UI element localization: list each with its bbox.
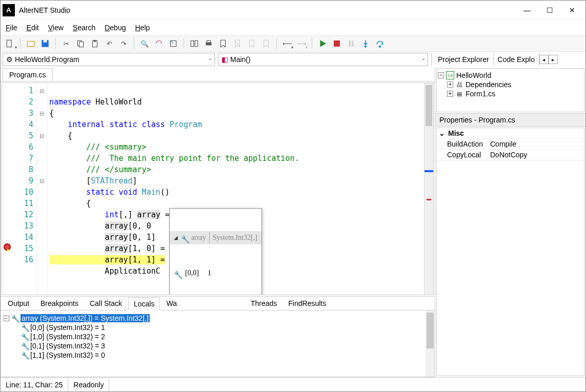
locals-item-row[interactable]: 🔧[1,1] (System.Int32) = 0 [4,350,422,360]
expand-icon[interactable]: + [447,91,453,97]
bookmark-clear-icon[interactable] [231,37,244,50]
property-row[interactable]: CopyLocal DoNotCopy [437,150,584,160]
open-file-icon[interactable] [25,37,37,50]
class-combo[interactable]: ⚙ HelloWorld.Program ⌄ [3,53,215,66]
menu-debug[interactable]: Debug [105,24,126,32]
datatip-name: array [191,232,206,243]
titlebar: A AlterNET Studio — ☐ ✕ [1,1,585,20]
stop-button[interactable] [331,37,343,50]
debugger-datatip[interactable]: ◢ 🔧 array System.Int32[,] 🔧[0,0]1 🔧[1,0]… [169,208,262,295]
replace-icon[interactable] [153,37,165,50]
code-text[interactable]: namespace HelloWorld { internal static c… [47,83,424,295]
tab-code-explorer[interactable]: Code Explo [494,53,539,66]
tab-scroll-left[interactable]: ◂ [539,55,549,64]
bookmark-prev-icon[interactable] [246,37,258,50]
find-icon[interactable]: 🔍 [138,37,151,50]
bookmark-icon[interactable] [217,37,229,50]
form-file-icon: ▤ [455,90,463,98]
properties-grid[interactable]: ⌄ Misc BuildAction Compile CopyLocal DoN… [436,128,584,376]
tab-threads[interactable]: Threads [246,297,282,310]
editor-scrollbar[interactable] [424,83,433,295]
bottom-tabstrip: Output Breakpoints Call Stack Locals Wa … [1,296,435,311]
goto-icon[interactable] [167,37,179,50]
split-icon[interactable] [188,37,200,50]
property-row[interactable]: BuildAction Compile [437,139,584,150]
print-icon[interactable] [203,37,215,50]
step-into-icon[interactable] [359,37,372,50]
menu-file[interactable]: File [6,24,17,32]
tab-locals[interactable]: Locals [128,297,160,311]
property-category[interactable]: ⌄ Misc [437,128,584,139]
tab-program-cs[interactable]: Program.cs [3,68,53,81]
svg-point-15 [379,45,381,48]
menu-search[interactable]: Search [73,24,95,32]
locals-item-row[interactable]: 🔧[0,1] (System.Int32) = 3 [4,341,422,350]
copy-icon[interactable] [74,37,87,50]
svg-point-14 [365,45,367,48]
class-combo-label: HelloWorld.Program [15,55,79,64]
locals-root-row[interactable]: − 🔧 array (System.Int32[,]) = System.Int… [4,314,422,323]
property-value[interactable]: Compile [488,139,584,149]
menu-view[interactable]: View [48,24,64,32]
minimize-button[interactable]: — [516,3,538,18]
wrench-icon: 🔧 [21,324,28,331]
file-node[interactable]: + ▤ Form1.cs [438,89,583,98]
run-button[interactable] [316,37,329,50]
nav-forward-icon[interactable]: ⟶▾ [295,37,308,50]
locals-tree[interactable]: − 🔧 array (System.Int32[,]) = System.Int… [1,311,426,377]
new-file-icon[interactable]: ▾ [4,37,16,50]
locals-scrollbar[interactable] [426,311,435,377]
dependencies-node[interactable]: + 品 Dependencies [438,80,583,89]
bookmark-next-icon[interactable] [260,37,272,50]
fold-gutter[interactable]: ⊟ ⊟ ⊟ ⊟ [37,83,47,295]
right-panel-tabstrip: Project Explorer Code Explo ◂ ▸ [431,53,583,66]
cut-icon[interactable]: ✂ [60,37,72,50]
pause-button[interactable] [345,37,357,50]
nav-back-icon[interactable]: ⟵▾ [281,37,293,50]
close-button[interactable]: ✕ [561,3,583,18]
collapse-icon[interactable]: − [4,316,9,321]
editor-pane: Program.cs ➤ 12345678910111213141516 ⊟ ⊟… [1,67,435,377]
tab-breakpoints[interactable]: Breakpoints [35,297,84,310]
project-root-node[interactable]: − C# HelloWorld [438,71,583,80]
locals-item-row[interactable]: 🔧[0,0] (System.Int32) = 1 [4,323,422,332]
statusbar: Line: 11, Char: 25 Readonly [1,377,585,391]
collapse-icon[interactable]: − [438,72,444,78]
tab-callstack[interactable]: Call Stack [85,297,127,310]
property-category-label: Misc [448,129,464,137]
expand-icon[interactable]: ◢ [174,232,178,243]
scrollbar-thumb[interactable] [427,313,434,348]
window-title: AlterNET Studio [19,6,516,14]
tab-output[interactable]: Output [3,297,34,310]
csharp-project-icon: C# [446,71,454,79]
menu-edit[interactable]: Edit [27,24,39,32]
save-icon[interactable] [39,37,51,50]
tab-findresults[interactable]: FindResults [283,297,331,310]
property-value[interactable]: DoNotCopy [488,150,584,160]
tab-scroll-right[interactable]: ▸ [549,55,558,64]
gear-icon: ⚙ [6,55,13,64]
project-explorer[interactable]: − C# HelloWorld + 品 Dependencies + ▤ For… [436,68,584,112]
locals-item-row[interactable]: 🔧[1,0] (System.Int32) = 2 [4,332,422,341]
wrench-icon: 🔧 [181,234,188,241]
method-combo[interactable]: ◧ Main() ⌄ [218,53,428,66]
undo-icon[interactable]: ↶ [103,37,115,50]
step-over-icon[interactable] [374,37,386,50]
wrench-icon: 🔧 [174,270,181,277]
datatip-header[interactable]: ◢ 🔧 array System.Int32[,] [170,231,261,244]
menu-help[interactable]: Help [135,24,150,32]
navigation-bar: ⚙ HelloWorld.Program ⌄ ◧ Main() ⌄ Projec… [1,52,585,67]
locals-panel: − 🔧 array (System.Int32[,]) = System.Int… [1,311,435,377]
paste-icon[interactable] [89,37,101,50]
breakpoint-gutter[interactable]: ➤ [2,83,12,295]
svg-rect-4 [79,42,84,47]
maximize-button[interactable]: ☐ [538,3,561,18]
tab-watches[interactable]: Wa [161,297,181,310]
code-editor[interactable]: ➤ 12345678910111213141516 ⊟ ⊟ ⊟ ⊟ namesp… [2,82,434,295]
scrollbar-thumb[interactable] [426,85,432,126]
expand-icon[interactable]: + [447,81,453,88]
chevron-down-icon: ⌄ [439,129,445,137]
redo-icon[interactable]: ↷ [117,37,130,50]
datatip-row[interactable]: 🔧[0,0]1 [170,267,261,279]
tab-project-explorer[interactable]: Project Explorer [434,53,494,66]
